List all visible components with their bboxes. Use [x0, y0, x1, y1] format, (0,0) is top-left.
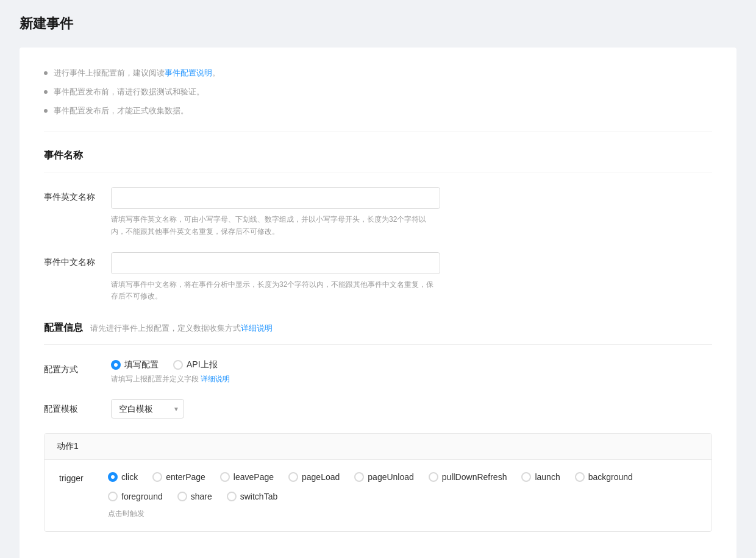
config-detail-link[interactable]: 详细说明	[241, 323, 273, 333]
chinese-name-content: 请填写事件中文名称，将在事件分析中显示，长度为32个字符以内，不能跟其他事件中文…	[111, 252, 440, 302]
template-select-wrap: 空白模板 模板1 ▼	[111, 399, 184, 418]
chinese-name-input[interactable]	[111, 252, 440, 274]
page-container: 新建事件 进行事件上报配置前，建议阅读事件配置说明。 事件配置发布前，请进行数据…	[0, 0, 756, 558]
config-method-label: 配置方式	[44, 359, 111, 375]
trigger-click-label: click	[121, 472, 138, 482]
trigger-launch[interactable]: launch	[521, 472, 560, 482]
trigger-launch-circle	[521, 472, 531, 482]
trigger-options: click enterPage leavePage	[108, 472, 697, 501]
radio-api-label: API上报	[187, 359, 218, 370]
config-method-radio-group: 填写配置 API上报	[111, 359, 440, 370]
trigger-click[interactable]: click	[108, 472, 138, 482]
trigger-enterPage[interactable]: enterPage	[152, 472, 205, 482]
trigger-enterPage-label: enterPage	[166, 472, 205, 482]
trigger-foreground-label: foreground	[121, 492, 163, 501]
trigger-enterPage-circle	[152, 472, 162, 482]
tip-item-3: 事件配置发布后，才能正式收集数据。	[44, 105, 712, 118]
english-name-label: 事件英文名称	[44, 187, 111, 203]
main-card: 进行事件上报配置前，建议阅读事件配置说明。 事件配置发布前，请进行数据测试和验证…	[20, 48, 736, 558]
chinese-name-label: 事件中文名称	[44, 252, 111, 268]
radio-api[interactable]: API上报	[173, 359, 218, 370]
english-name-row: 事件英文名称 请填写事件英文名称，可由小写字母、下划线、数字组成，并以小写字母开…	[44, 187, 712, 237]
event-name-section: 事件名称 事件英文名称 请填写事件英文名称，可由小写字母、下划线、数字组成，并以…	[44, 149, 712, 302]
tip-item-1: 进行事件上报配置前，建议阅读事件配置说明。	[44, 67, 712, 80]
config-template-row: 配置模板 空白模板 模板1 ▼	[44, 399, 712, 418]
config-section-desc: 请先进行事件上报配置，定义数据收集方式详细说明	[90, 323, 273, 334]
chinese-name-row: 事件中文名称 请填写事件中文名称，将在事件分析中显示，长度为32个字符以内，不能…	[44, 252, 712, 302]
radio-fill-circle	[111, 360, 121, 370]
trigger-label: trigger	[59, 472, 108, 483]
event-name-section-title: 事件名称	[44, 149, 712, 172]
config-template-label: 配置模板	[44, 399, 111, 415]
trigger-pullDownRefresh-circle	[429, 472, 438, 482]
trigger-leavePage-label: leavePage	[234, 472, 274, 482]
config-section-title: 配置信息	[44, 322, 83, 334]
tip-text-1: 进行事件上报配置前，建议阅读事件配置说明。	[54, 67, 220, 80]
trigger-foreground-circle	[108, 492, 118, 501]
trigger-pullDownRefresh[interactable]: pullDownRefresh	[429, 472, 507, 482]
tip-dot-1	[44, 71, 48, 75]
trigger-row: trigger click enterPage	[59, 472, 697, 501]
tips-section: 进行事件上报配置前，建议阅读事件配置说明。 事件配置发布前，请进行数据测试和验证…	[44, 67, 712, 132]
trigger-switchTab-label: switchTab	[240, 492, 277, 501]
trigger-pageUnload[interactable]: pageUnload	[354, 472, 414, 482]
config-template-content: 空白模板 模板1 ▼	[111, 399, 440, 418]
config-method-content: 填写配置 API上报 请填写上报配置并定义字段 详细说明	[111, 359, 440, 384]
trigger-share-label: share	[191, 492, 212, 501]
config-method-sub-text: 请填写上报配置并定义字段 详细说明	[111, 374, 440, 384]
trigger-share[interactable]: share	[177, 492, 212, 501]
tip-dot-2	[44, 90, 48, 94]
tip-item-2: 事件配置发布前，请进行数据测试和验证。	[44, 86, 712, 99]
template-select[interactable]: 空白模板 模板1	[111, 399, 184, 418]
english-name-input[interactable]	[111, 187, 440, 209]
tip-dot-3	[44, 109, 48, 113]
trigger-foreground[interactable]: foreground	[108, 492, 163, 501]
trigger-pageUnload-label: pageUnload	[368, 472, 414, 482]
trigger-pageLoad[interactable]: pageLoad	[288, 472, 340, 482]
trigger-background-label: background	[588, 472, 633, 482]
trigger-leavePage-circle	[220, 472, 230, 482]
action-block-body: trigger click enterPage	[45, 460, 711, 531]
radio-fill-label: 填写配置	[124, 359, 159, 370]
tip-text-3: 事件配置发布后，才能正式收集数据。	[54, 105, 188, 118]
trigger-sub-text: 点击时触发	[108, 509, 697, 519]
config-section-header: 配置信息 请先进行事件上报配置，定义数据收集方式详细说明	[44, 322, 712, 345]
config-method-row: 配置方式 填写配置 API上报	[44, 359, 712, 384]
action-block-header: 动作1	[45, 434, 711, 460]
trigger-click-circle	[108, 472, 118, 482]
trigger-switchTab[interactable]: switchTab	[227, 492, 277, 501]
trigger-pageLoad-label: pageLoad	[302, 472, 340, 482]
trigger-pullDownRefresh-label: pullDownRefresh	[442, 472, 507, 482]
page-title: 新建事件	[20, 15, 736, 33]
action-block: 动作1 trigger click enterPage	[44, 433, 712, 532]
trigger-leavePage[interactable]: leavePage	[220, 472, 274, 482]
trigger-switchTab-circle	[227, 492, 237, 501]
chinese-name-hint: 请填写事件中文名称，将在事件分析中显示，长度为32个字符以内，不能跟其他事件中文…	[111, 279, 440, 302]
trigger-share-circle	[177, 492, 187, 501]
trigger-background[interactable]: background	[575, 472, 633, 482]
tip-link-1[interactable]: 事件配置说明	[165, 68, 212, 77]
radio-api-circle	[173, 360, 183, 370]
english-name-content: 请填写事件英文名称，可由小写字母、下划线、数字组成，并以小写字母开头，长度为32…	[111, 187, 440, 237]
radio-fill[interactable]: 填写配置	[111, 359, 159, 370]
tip-text-2: 事件配置发布前，请进行数据测试和验证。	[54, 86, 204, 99]
trigger-pageLoad-circle	[288, 472, 298, 482]
english-name-hint: 请填写事件英文名称，可由小写字母、下划线、数字组成，并以小写字母开头，长度为32…	[111, 214, 440, 237]
trigger-pageUnload-circle	[354, 472, 364, 482]
config-section: 配置信息 请先进行事件上报配置，定义数据收集方式详细说明 配置方式 填写配置	[44, 322, 712, 532]
trigger-background-circle	[575, 472, 585, 482]
trigger-launch-label: launch	[535, 472, 560, 482]
config-method-sub-link[interactable]: 详细说明	[201, 375, 230, 383]
